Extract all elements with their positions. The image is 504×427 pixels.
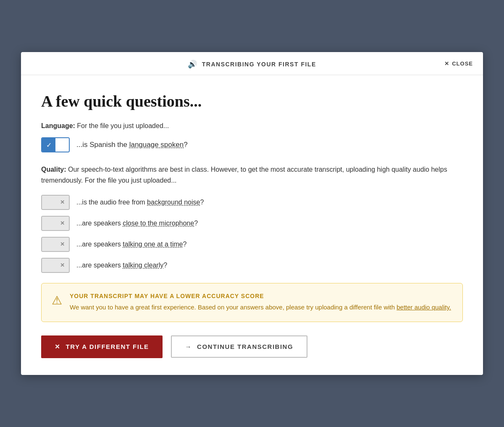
quality-label-bold: Quality: — [41, 166, 66, 173]
page-heading: A few quick questions... — [41, 92, 463, 110]
language-toggle-row: ✓ ...is Spanish the language spoken? — [41, 137, 463, 152]
toggle-right-3: ✕ — [55, 238, 69, 251]
danger-x-icon: ✕ — [55, 343, 61, 351]
quality-toggle-3[interactable]: ✕ — [41, 237, 70, 252]
better-audio-quality-link[interactable]: better audio quality. — [396, 304, 451, 311]
quality-toggle-2[interactable]: ✕ — [41, 216, 70, 231]
quality-label-4: ...are speakers talking clearly? — [76, 262, 167, 269]
toggle-right-4: ✕ — [55, 259, 69, 272]
actions-row: ✕ TRY A DIFFERENT FILE → CONTINUE TRANSC… — [41, 335, 463, 358]
q4-after: ? — [163, 262, 167, 269]
speaker-icon: 🔊 — [188, 60, 198, 69]
language-label: Language: For the file you just uploaded… — [41, 122, 463, 130]
toggle-left-4 — [42, 259, 55, 272]
toggle-right-2: ✕ — [55, 217, 69, 230]
q1-after: ? — [200, 199, 204, 206]
language-spoken-link[interactable]: language spoken — [129, 141, 184, 149]
q4-before: ...are speakers — [76, 262, 123, 269]
continue-arrow-icon: → — [185, 343, 192, 350]
quality-item-2: ✕ ...are speakers close to the microphon… — [41, 216, 463, 231]
talking-clearly-link[interactable]: talking clearly — [123, 262, 163, 269]
q2-before: ...are speakers — [76, 220, 123, 227]
language-toggle-text: ...is Spanish the language spoken? — [76, 141, 188, 149]
quality-label-text: Our speech-to-text algorithms are best i… — [41, 166, 447, 184]
warning-content: YOUR TRANSCRIPT MAY HAVE A LOWER ACCURAC… — [70, 293, 451, 312]
toggle-yes-side: ✓ — [42, 138, 55, 152]
continue-transcribing-button[interactable]: → CONTINUE TRANSCRIBING — [171, 335, 308, 358]
quality-label: Quality: Our speech-to-text algorithms a… — [41, 164, 463, 186]
toggle-left-3 — [42, 238, 55, 251]
danger-label: TRY A DIFFERENT FILE — [66, 343, 149, 350]
modal-header: 🔊 TRANSCRIBING YOUR FIRST FILE ✕ CLOSE — [21, 52, 483, 75]
warning-body-before: We want you to have a great first experi… — [70, 304, 396, 311]
warning-title: YOUR TRANSCRIPT MAY HAVE A LOWER ACCURAC… — [70, 293, 451, 299]
try-different-file-button[interactable]: ✕ TRY A DIFFERENT FILE — [41, 335, 163, 358]
modal-title-text: TRANSCRIBING YOUR FIRST FILE — [202, 61, 316, 68]
quality-label-2: ...are speakers close to the microphone? — [76, 220, 198, 227]
q3-after: ? — [183, 241, 186, 248]
warning-body: We want you to have a great first experi… — [70, 303, 451, 312]
modal-dialog: 🔊 TRANSCRIBING YOUR FIRST FILE ✕ CLOSE A… — [21, 52, 483, 375]
continue-label: CONTINUE TRANSCRIBING — [197, 343, 293, 350]
q2-after: ? — [194, 220, 198, 227]
toggle-no-side — [55, 138, 69, 152]
modal-overlay: 🔊 TRANSCRIBING YOUR FIRST FILE ✕ CLOSE A… — [0, 0, 504, 427]
language-question-end: ? — [184, 141, 187, 149]
toggle-right-1: ✕ — [55, 196, 69, 209]
toggle-left-2 — [42, 217, 55, 230]
close-label: CLOSE — [452, 60, 473, 67]
quality-toggle-1[interactable]: ✕ — [41, 195, 70, 210]
quality-label-1: ...is the audio free from background noi… — [76, 199, 204, 206]
warning-box: ⚠ YOUR TRANSCRIPT MAY HAVE A LOWER ACCUR… — [41, 283, 463, 322]
language-label-text: For the file you just uploaded... — [75, 122, 169, 129]
modal-body: A few quick questions... Language: For t… — [21, 75, 483, 375]
language-toggle[interactable]: ✓ — [41, 137, 70, 152]
q1-before: ...is the audio free from — [76, 199, 147, 206]
toggle-left-1 — [42, 196, 55, 209]
talking-one-at-a-time-link[interactable]: talking one at a time — [123, 241, 183, 248]
quality-item-4: ✕ ...are speakers talking clearly? — [41, 258, 463, 273]
quality-item-3: ✕ ...are speakers talking one at a time? — [41, 237, 463, 252]
background-noise-link[interactable]: background noise — [147, 199, 200, 206]
language-question-before: ...is Spanish the — [76, 141, 129, 149]
close-button[interactable]: ✕ CLOSE — [444, 60, 473, 67]
close-x-icon: ✕ — [444, 60, 449, 67]
quality-toggle-4[interactable]: ✕ — [41, 258, 70, 273]
quality-label-3: ...are speakers talking one at a time? — [76, 241, 186, 248]
q3-before: ...are speakers — [76, 241, 123, 248]
modal-title: 🔊 TRANSCRIBING YOUR FIRST FILE — [188, 60, 316, 69]
language-label-bold: Language: — [41, 122, 75, 129]
quality-item-1: ✕ ...is the audio free from background n… — [41, 195, 463, 210]
close-to-microphone-link[interactable]: close to the microphone — [123, 220, 194, 227]
warning-icon: ⚠ — [52, 293, 62, 307]
